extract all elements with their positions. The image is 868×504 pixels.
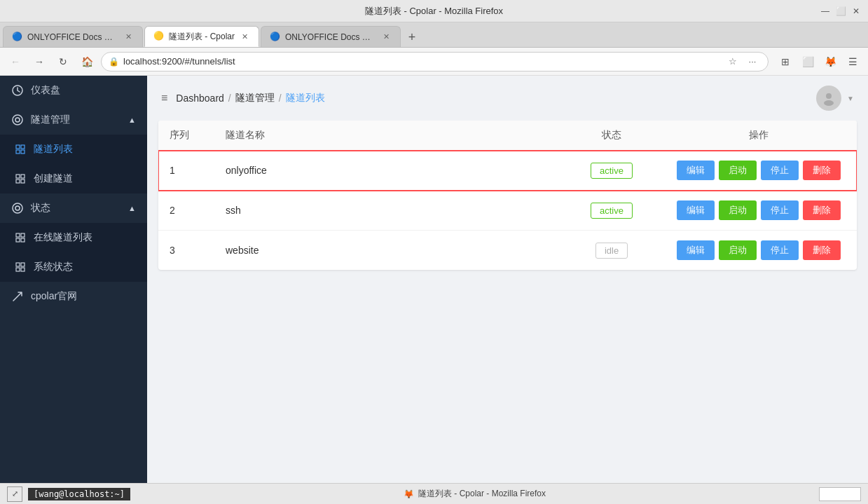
minimize-button[interactable]: —: [820, 6, 830, 16]
tab-close-2[interactable]: ✕: [239, 31, 250, 42]
terminal-label: [wang@localhost:~]: [28, 488, 130, 500]
status-bar: ⤢ [wang@localhost:~] 🦊 隧道列表 - Cpolar - M…: [0, 483, 868, 504]
firefox-icon[interactable]: 🦊: [820, 52, 840, 71]
sidebar-section-tunnel-mgmt[interactable]: 隧道管理 ▲: [0, 105, 147, 135]
tab-icon-1: 🔵: [12, 32, 23, 43]
th-status: 状态: [563, 121, 661, 151]
cell-actions: 编辑 启动 停止 删除: [661, 231, 857, 271]
cell-index: 2: [158, 191, 214, 231]
tunnel-table: 序列 隧道名称 状态 操作 1 onlyoffice active 编辑 启动 …: [158, 121, 857, 270]
cell-status: active: [563, 191, 661, 231]
edit-button[interactable]: 编辑: [677, 240, 715, 260]
tab-icon-2: 🟡: [153, 31, 165, 42]
sidebar-item-cpolar-site[interactable]: cpolar官网: [0, 282, 147, 311]
ellipsis-icon[interactable]: ···: [744, 53, 761, 70]
svg-rect-19: [16, 268, 20, 271]
avatar-chevron: ▼: [847, 95, 854, 102]
edit-button[interactable]: 编辑: [677, 161, 715, 180]
svg-point-22: [824, 100, 834, 106]
system-status-icon: [14, 261, 27, 273]
home-button[interactable]: 🏠: [77, 52, 97, 71]
table-row: 3 website idle 编辑 启动 停止 删除: [158, 231, 857, 271]
svg-rect-18: [21, 263, 25, 266]
cell-name: ssh: [214, 191, 563, 231]
svg-rect-8: [21, 175, 25, 178]
status-section-label: 状态: [31, 202, 121, 214]
address-input-wrap[interactable]: 🔒 localhost:9200/#/tunnels/list ☆ ···: [101, 52, 769, 71]
start-button[interactable]: 启动: [719, 161, 757, 180]
tab-icon-3: 🔵: [270, 32, 281, 43]
tab-close-3[interactable]: ✕: [380, 32, 392, 43]
extensions-icon[interactable]: ⊞: [776, 52, 795, 71]
table-header-row: 序列 隧道名称 状态 操作: [158, 121, 857, 151]
delete-button[interactable]: 删除: [803, 240, 841, 260]
svg-rect-4: [21, 145, 25, 149]
table-row: 1 onlyoffice active 编辑 启动 停止 删除: [158, 151, 857, 191]
tunnel-table-wrap: 序列 隧道名称 状态 操作 1 onlyoffice active 编辑 启动 …: [158, 121, 857, 270]
stop-button[interactable]: 停止: [761, 161, 799, 180]
forward-button[interactable]: →: [29, 52, 49, 71]
main-layout: 仪表盘 隧道管理 ▲ 隧道列表: [0, 76, 868, 483]
address-actions: ☆ ···: [724, 53, 761, 70]
maximize-button[interactable]: ⬜: [836, 6, 846, 16]
stop-button[interactable]: 停止: [761, 200, 799, 220]
create-tunnel-label: 创建隧道: [34, 172, 136, 185]
start-button[interactable]: 启动: [719, 240, 757, 260]
svg-rect-7: [16, 175, 20, 178]
address-text: localhost:9200/#/tunnels/list: [123, 56, 720, 67]
sidebar-item-tunnel-list[interactable]: 隧道列表: [0, 135, 147, 164]
cpolar-site-label: cpolar官网: [31, 290, 136, 303]
cell-name: website: [214, 231, 563, 271]
svg-point-21: [826, 93, 832, 99]
window-controls: — ⬜ ✕: [820, 6, 861, 16]
sidebar-item-dashboard[interactable]: 仪表盘: [0, 76, 147, 105]
status-badge: active: [591, 203, 633, 219]
tab-cpolar[interactable]: 🟡 隧道列表 - Cpolar ✕: [144, 26, 259, 47]
online-tunnels-icon: [14, 231, 27, 244]
online-tunnels-label: 在线隧道列表: [34, 231, 136, 244]
svg-rect-9: [16, 179, 20, 183]
svg-rect-3: [16, 145, 20, 149]
breadcrumb-dashboard[interactable]: Dashboard: [176, 93, 224, 104]
new-tab-button[interactable]: +: [402, 27, 422, 47]
dashboard-label: 仪表盘: [31, 84, 136, 97]
bookmark-star-icon[interactable]: ☆: [724, 53, 741, 70]
container-icon[interactable]: ⬜: [798, 52, 818, 71]
edit-button[interactable]: 编辑: [677, 200, 715, 220]
status-chevron: ▲: [128, 204, 136, 212]
sidebar-section-status[interactable]: 状态 ▲: [0, 193, 147, 223]
breadcrumb-tunnel-mgmt[interactable]: 隧道管理: [235, 92, 275, 104]
tunnel-mgmt-label: 隧道管理: [31, 114, 121, 126]
svg-rect-16: [21, 238, 25, 242]
back-button[interactable]: ←: [6, 52, 25, 71]
menu-hamburger-icon[interactable]: ≡: [161, 92, 167, 104]
tab-label-3: ONLYOFFICE Docs Comm...: [285, 32, 376, 42]
screen-toggle-icon[interactable]: ⤢: [7, 486, 22, 502]
status-bar-right: [819, 487, 861, 501]
sidebar-item-system-status[interactable]: 系统状态: [0, 252, 147, 282]
content-area: ≡ Dashboard / 隧道管理 / 隧道列表 ▼: [147, 76, 868, 483]
tab-close-1[interactable]: ✕: [123, 32, 134, 43]
svg-rect-5: [16, 150, 20, 154]
tab-onlyoffice-2[interactable]: 🔵 ONLYOFFICE Docs Comm... ✕: [261, 26, 401, 47]
cell-name: onlyoffice: [214, 151, 563, 191]
delete-button[interactable]: 删除: [803, 200, 841, 220]
table-row: 2 ssh active 编辑 启动 停止 删除: [158, 191, 857, 231]
avatar[interactable]: [816, 86, 841, 111]
close-button[interactable]: ✕: [851, 6, 861, 16]
menu-icon[interactable]: ☰: [843, 52, 862, 71]
status-bar-left: ⤢ [wang@localhost:~]: [7, 486, 130, 502]
stop-button[interactable]: 停止: [761, 240, 799, 260]
sidebar-item-create-tunnel[interactable]: 创建隧道: [0, 164, 147, 193]
tab-onlyoffice-1[interactable]: 🔵 ONLYOFFICE Docs Comm... ✕: [3, 26, 143, 47]
svg-rect-20: [21, 268, 25, 271]
tab-bar: 🔵 ONLYOFFICE Docs Comm... ✕ 🟡 隧道列表 - Cpo…: [0, 22, 868, 48]
window-title: 隧道列表 - Cpolar - Mozilla Firefox: [365, 5, 503, 18]
start-button[interactable]: 启动: [719, 200, 757, 220]
refresh-button[interactable]: ↻: [53, 52, 73, 71]
tab-label-1: ONLYOFFICE Docs Comm...: [27, 32, 118, 42]
delete-button[interactable]: 删除: [803, 161, 841, 180]
svg-rect-17: [16, 263, 20, 266]
cpolar-site-icon: [11, 290, 24, 303]
sidebar-item-online-tunnels[interactable]: 在线隧道列表: [0, 223, 147, 252]
